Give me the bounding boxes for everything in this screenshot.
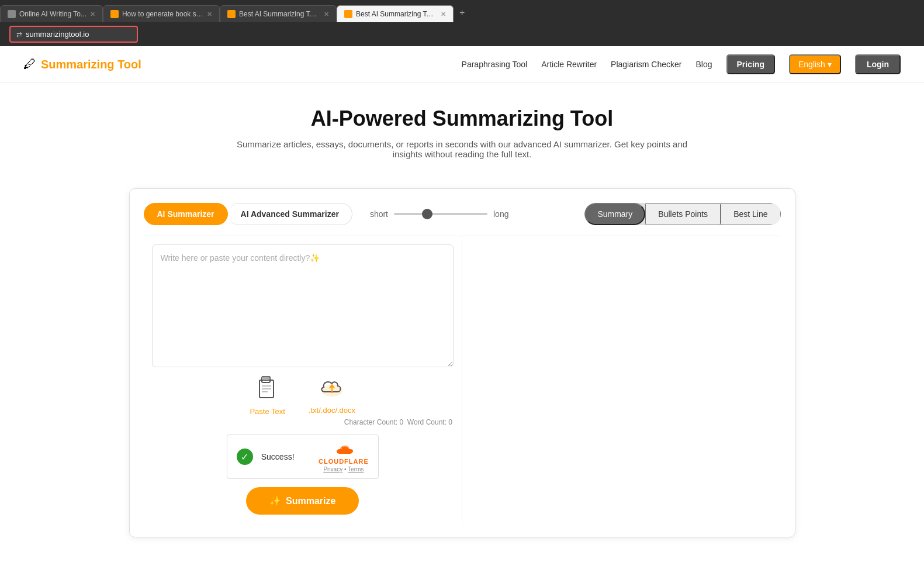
tab-close-3[interactable]: ✕ [324, 11, 329, 18]
nav-links: Paraphrasing Tool Article Rewriter Plagi… [462, 54, 901, 74]
output-tab-summary[interactable]: Summary [584, 203, 645, 225]
navbar: 🖊 Summarizing Tool Paraphrasing Tool Art… [0, 46, 924, 83]
address-text: summarizingtool.io [26, 30, 89, 39]
word-count-label: Word Count: 0 [407, 418, 452, 426]
hero-title: AI-Powered Summarizing Tool [12, 106, 912, 131]
nav-plagiarism[interactable]: Plagiarism Checker [611, 60, 681, 69]
tab-close-2[interactable]: ✕ [207, 11, 212, 18]
browser-tab-3[interactable]: Best AI Summarizing Tool - Sur... ✕ [220, 5, 337, 22]
right-panel [462, 236, 781, 523]
new-tab-button[interactable]: + [454, 4, 470, 22]
cloudflare-links: Privacy • Terms [323, 466, 364, 473]
address-icon: ⇄ [16, 30, 22, 39]
panels: Paste Text .txt/.doc/.docx [144, 236, 781, 523]
nav-paraphrasing[interactable]: Paraphrasing Tool [462, 60, 528, 69]
page: 🖊 Summarizing Tool Paraphrasing Tool Art… [0, 46, 924, 569]
content-textarea[interactable] [152, 244, 454, 367]
summarize-label: Summarize [286, 496, 335, 506]
browser-tab-4[interactable]: Best AI Summarizing Tool - Sun ✕ [337, 5, 454, 22]
tab-close-4[interactable]: ✕ [441, 11, 446, 18]
tab-bar: Online AI Writing To... ✕ How to generat… [0, 0, 924, 22]
hero-section: AI-Powered Summarizing Tool Summarize ar… [0, 83, 924, 177]
bottom-chevron: ⌄ [0, 561, 924, 569]
cloudflare-brand: CLOUDFLARE [319, 458, 369, 465]
slider-track[interactable] [394, 213, 487, 215]
cf-privacy-link[interactable]: Privacy [323, 466, 342, 473]
tab-favicon-4 [344, 10, 352, 18]
tab-ai-summarizer[interactable]: AI Summarizer [144, 203, 228, 225]
browser-chrome: Online AI Writing To... ✕ How to generat… [0, 0, 924, 46]
output-tab-bestline[interactable]: Best Line [721, 203, 780, 225]
char-word-count: Character Count: 0 Word Count: 0 [152, 416, 454, 429]
upload-file-label: .txt/.doc/.docx [309, 406, 355, 415]
length-slider-section: short long [370, 209, 509, 219]
cf-logo: CLOUDFLARE Privacy • Terms [319, 441, 369, 473]
output-tabs: Summary Bullets Points Best Line [584, 203, 780, 225]
address-input[interactable]: ⇄ summarizingtool.io [9, 26, 138, 43]
logo-text: Summarizing Tool [41, 58, 141, 71]
tab-label-4: Best AI Summarizing Tool - Sun [356, 10, 437, 18]
slider-thumb[interactable] [422, 209, 432, 219]
slider-short-label: short [370, 209, 388, 219]
hero-subtitle: Summarize articles, essays, documents, o… [234, 139, 690, 159]
cf-terms-link[interactable]: Terms [348, 466, 364, 473]
upload-icon [319, 375, 345, 402]
pricing-button[interactable]: Pricing [726, 54, 775, 74]
paste-icon [257, 375, 278, 404]
slider-long-label: long [493, 209, 508, 219]
char-count-label: Character Count: 0 [344, 418, 403, 426]
english-label: English [798, 60, 825, 69]
summarize-icon: ✨ [269, 495, 281, 506]
upload-icons: Paste Text .txt/.doc/.docx [152, 375, 454, 416]
nav-article-rewriter[interactable]: Article Rewriter [541, 60, 597, 69]
login-button[interactable]: Login [855, 54, 901, 74]
tab-favicon-2 [110, 10, 119, 18]
text-area-wrapper [152, 244, 454, 370]
tool-container: AI Summarizer AI Advanced Summarizer sho… [129, 188, 795, 537]
left-panel: Paste Text .txt/.doc/.docx [144, 236, 463, 523]
cf-success-label: Success! [261, 452, 295, 461]
chevron-down-icon: ▾ [828, 60, 832, 69]
upload-file-button[interactable]: .txt/.doc/.docx [309, 375, 355, 416]
cloudflare-icon [334, 441, 353, 457]
logo-icon: 🖊 [23, 57, 36, 72]
cloudflare-widget: ✓ Success! CLOUDFLARE Privacy • [227, 434, 379, 479]
nav-blog[interactable]: Blog [695, 60, 712, 69]
tab-label-1: Online AI Writing To... [19, 10, 86, 18]
tab-ai-advanced[interactable]: AI Advanced Summarizer [228, 203, 352, 225]
summarize-row: ✨ Summarize [152, 487, 454, 515]
browser-tab-2[interactable]: How to generate book summa... ✕ [103, 5, 220, 22]
logo[interactable]: 🖊 Summarizing Tool [23, 57, 141, 72]
tab-close-1[interactable]: ✕ [90, 11, 95, 18]
tab-favicon-3 [227, 10, 236, 18]
mode-row: AI Summarizer AI Advanced Summarizer sho… [144, 203, 781, 225]
address-bar: ⇄ summarizingtool.io [0, 22, 924, 46]
browser-tab-1[interactable]: Online AI Writing To... ✕ [0, 5, 103, 22]
output-tab-bullets[interactable]: Bullets Points [645, 203, 721, 225]
tab-label-3: Best AI Summarizing Tool - Sur... [239, 10, 320, 18]
summarize-button[interactable]: ✨ Summarize [246, 487, 359, 515]
svg-rect-2 [263, 377, 269, 380]
paste-text-label: Paste Text [250, 407, 285, 416]
english-button[interactable]: English ▾ [789, 54, 841, 74]
cf-check-icon: ✓ [237, 449, 253, 465]
tab-label-2: How to generate book summa... [122, 10, 203, 18]
tab-favicon-1 [8, 10, 16, 18]
paste-text-button[interactable]: Paste Text [250, 375, 285, 416]
